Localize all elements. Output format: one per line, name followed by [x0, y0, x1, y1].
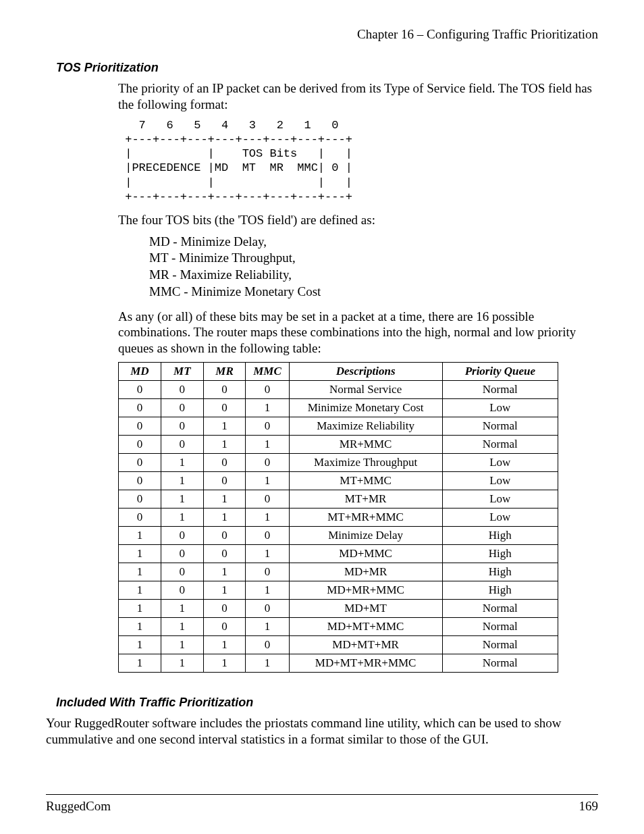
cell-pq: Normal	[442, 635, 558, 654]
section-title-included: Included With Traffic Prioritization	[56, 696, 598, 710]
cell-mmc: 1	[246, 508, 289, 526]
cell-md: 0	[119, 453, 161, 471]
cell-desc: MD+MR	[289, 563, 442, 581]
cell-mt: 0	[161, 417, 203, 435]
th-mr: MR	[203, 362, 246, 380]
cell-mt: 1	[161, 635, 203, 654]
cell-mr: 0	[203, 380, 246, 398]
cell-mt: 0	[161, 563, 203, 581]
cell-desc: MD+MT+MR	[289, 635, 442, 654]
cell-mmc: 0	[246, 635, 289, 654]
cell-mr: 1	[203, 508, 246, 526]
table-row: 0111MT+MR+MMCLow	[119, 508, 558, 526]
th-md: MD	[119, 362, 161, 380]
def-mr: MR - Maximize Reliability,	[149, 267, 598, 284]
cell-mr: 1	[203, 581, 246, 599]
cell-mmc: 0	[246, 490, 289, 508]
cell-mmc: 0	[246, 599, 289, 617]
cell-mmc: 1	[246, 435, 289, 453]
table-row: 0100Maximize ThroughputLow	[119, 453, 558, 471]
cell-md: 0	[119, 398, 161, 417]
cell-md: 0	[119, 435, 161, 453]
th-mt: MT	[161, 362, 203, 380]
cell-desc: Minimize Delay	[289, 526, 442, 544]
footer-page-number: 169	[579, 799, 599, 814]
cell-pq: Normal	[442, 654, 558, 672]
table-header-row: MD MT MR MMC Descriptions Priority Queue	[119, 362, 558, 380]
table-row: 0010Maximize ReliabilityNormal	[119, 417, 558, 435]
table-row: 1100MD+MTNormal	[119, 599, 558, 617]
cell-md: 0	[119, 508, 161, 526]
tos-bit-definitions: MD - Minimize Delay, MT - Minimize Throu…	[149, 234, 598, 301]
cell-desc: MD+MT+MR+MMC	[289, 654, 442, 672]
table-row: 0000Normal ServiceNormal	[119, 380, 558, 398]
cell-mt: 1	[161, 617, 203, 635]
cell-mt: 1	[161, 453, 203, 471]
cell-md: 0	[119, 380, 161, 398]
cell-mr: 0	[203, 471, 246, 490]
cell-desc: Maximize Reliability	[289, 417, 442, 435]
cell-mt: 1	[161, 599, 203, 617]
cell-mmc: 1	[246, 654, 289, 672]
cell-mr: 1	[203, 490, 246, 508]
cell-pq: Low	[442, 398, 558, 417]
cell-mt: 0	[161, 581, 203, 599]
th-pq: Priority Queue	[442, 362, 558, 380]
table-row: 1110MD+MT+MRNormal	[119, 635, 558, 654]
cell-mr: 0	[203, 599, 246, 617]
cell-desc: MT+MR+MMC	[289, 508, 442, 526]
page-footer: RuggedCom 169	[46, 794, 598, 814]
table-row: 1010MD+MRHigh	[119, 563, 558, 581]
cell-md: 1	[119, 617, 161, 635]
cell-md: 1	[119, 581, 161, 599]
cell-mr: 1	[203, 635, 246, 654]
cell-desc: MT+MR	[289, 490, 442, 508]
cell-mmc: 1	[246, 471, 289, 490]
cell-mr: 1	[203, 654, 246, 672]
cell-pq: High	[442, 581, 558, 599]
cell-pq: Normal	[442, 617, 558, 635]
paragraph: The priority of an IP packet can be deri…	[118, 80, 598, 113]
cell-pq: Normal	[442, 417, 558, 435]
cell-mr: 0	[203, 453, 246, 471]
cell-desc: MD+MT	[289, 599, 442, 617]
cell-mmc: 1	[246, 398, 289, 417]
section-title-tos: TOS Prioritization	[56, 61, 598, 75]
cell-md: 0	[119, 417, 161, 435]
tos-priority-table: MD MT MR MMC Descriptions Priority Queue…	[118, 362, 558, 673]
cell-mr: 1	[203, 435, 246, 453]
cell-mmc: 0	[246, 453, 289, 471]
table-row: 0110MT+MRLow	[119, 490, 558, 508]
cell-mmc: 1	[246, 581, 289, 599]
cell-mt: 0	[161, 544, 203, 563]
cell-mr: 1	[203, 563, 246, 581]
cell-mr: 1	[203, 417, 246, 435]
paragraph: As any (or all) of these bits may be set…	[118, 309, 598, 357]
cell-mt: 0	[161, 380, 203, 398]
def-md: MD - Minimize Delay,	[149, 234, 598, 251]
table-row: 1000Minimize DelayHigh	[119, 526, 558, 544]
tos-ascii-diagram: 7 6 5 4 3 2 1 0 +---+---+---+---+---+---…	[118, 118, 598, 205]
cell-mt: 0	[161, 435, 203, 453]
paragraph: The four TOS bits (the 'TOS field') are …	[118, 212, 598, 228]
cell-pq: Low	[442, 490, 558, 508]
cell-md: 0	[119, 490, 161, 508]
cell-pq: High	[442, 544, 558, 563]
cell-pq: Normal	[442, 599, 558, 617]
cell-mmc: 1	[246, 544, 289, 563]
cell-mmc: 1	[246, 617, 289, 635]
paragraph: Your RuggedRouter software includes the …	[46, 715, 598, 748]
cell-mt: 1	[161, 471, 203, 490]
cell-mt: 1	[161, 490, 203, 508]
cell-desc: MD+MT+MMC	[289, 617, 442, 635]
cell-mr: 0	[203, 526, 246, 544]
cell-md: 1	[119, 544, 161, 563]
cell-mmc: 0	[246, 417, 289, 435]
th-desc: Descriptions	[289, 362, 442, 380]
th-mmc: MMC	[246, 362, 289, 380]
table-row: 1001MD+MMCHigh	[119, 544, 558, 563]
cell-mr: 0	[203, 398, 246, 417]
cell-mr: 0	[203, 544, 246, 563]
cell-mmc: 0	[246, 563, 289, 581]
cell-md: 1	[119, 654, 161, 672]
